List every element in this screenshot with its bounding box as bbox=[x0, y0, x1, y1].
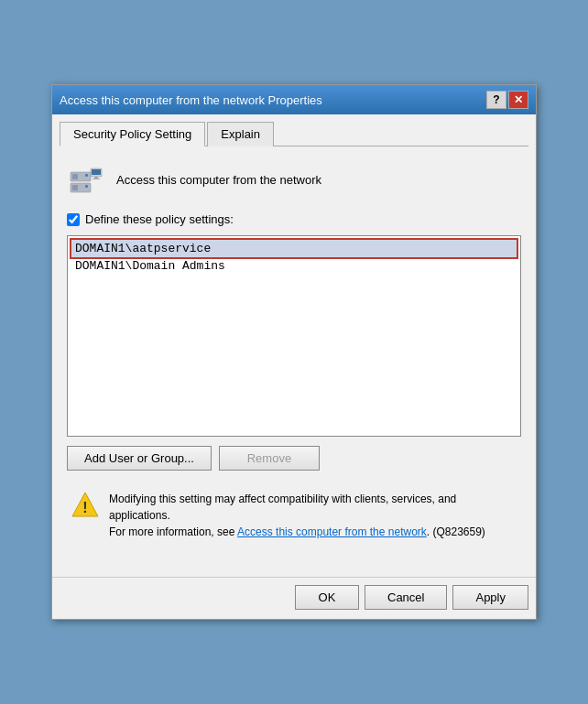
list-item[interactable]: DOMAIN1\aatpservice bbox=[71, 240, 517, 257]
user-action-buttons: Add User or Group... Remove bbox=[67, 446, 521, 471]
warning-section: ! Modifying this setting may affect comp… bbox=[67, 483, 521, 547]
policy-header: Access this computer from the network bbox=[67, 161, 521, 198]
warning-icon: ! bbox=[71, 491, 100, 520]
define-policy-row: Define these policy settings: bbox=[67, 212, 521, 226]
tab-explain[interactable]: Explain bbox=[207, 122, 274, 146]
help-button[interactable]: ? bbox=[486, 91, 506, 109]
tab-bar: Security Policy Setting Explain bbox=[60, 122, 528, 146]
title-bar-buttons: ? ✕ bbox=[486, 91, 528, 109]
window-title: Access this computer from the network Pr… bbox=[60, 93, 486, 107]
warning-link[interactable]: Access this computer from the network bbox=[237, 525, 427, 538]
users-list[interactable]: DOMAIN1\aatpservice DOMAIN1\Domain Admin… bbox=[67, 235, 521, 437]
svg-text:!: ! bbox=[82, 500, 87, 515]
svg-rect-2 bbox=[85, 174, 88, 177]
svg-rect-1 bbox=[72, 174, 78, 179]
svg-rect-8 bbox=[94, 177, 98, 179]
main-window: Access this computer from the network Pr… bbox=[51, 84, 537, 620]
warning-text-3: . (Q823659) bbox=[427, 525, 485, 538]
list-item[interactable]: DOMAIN1\Domain Admins bbox=[71, 257, 517, 275]
tab-security[interactable]: Security Policy Setting bbox=[60, 122, 205, 146]
svg-rect-9 bbox=[93, 179, 100, 179]
remove-button[interactable]: Remove bbox=[219, 446, 320, 471]
svg-rect-5 bbox=[85, 185, 88, 188]
dialog-buttons: OK Cancel Apply bbox=[52, 577, 536, 619]
warning-text-2: For more information, see bbox=[109, 525, 237, 538]
svg-rect-4 bbox=[72, 185, 78, 190]
ok-button[interactable]: OK bbox=[295, 585, 359, 610]
warning-text: Modifying this setting may affect compat… bbox=[109, 491, 517, 540]
window-body: Security Policy Setting Explain bbox=[52, 114, 536, 573]
add-user-button[interactable]: Add User or Group... bbox=[67, 446, 212, 471]
svg-rect-7 bbox=[92, 169, 101, 175]
define-policy-label: Define these policy settings: bbox=[85, 212, 234, 226]
define-policy-checkbox[interactable] bbox=[67, 213, 80, 226]
warning-text-1: Modifying this setting may affect compat… bbox=[109, 493, 456, 522]
cancel-button[interactable]: Cancel bbox=[365, 585, 447, 610]
server-icon bbox=[67, 161, 103, 198]
apply-button[interactable]: Apply bbox=[452, 585, 528, 610]
close-button[interactable]: ✕ bbox=[508, 91, 528, 109]
title-bar: Access this computer from the network Pr… bbox=[52, 85, 536, 114]
tab-content-security: Access this computer from the network De… bbox=[60, 157, 528, 566]
policy-title: Access this computer from the network bbox=[116, 173, 321, 187]
